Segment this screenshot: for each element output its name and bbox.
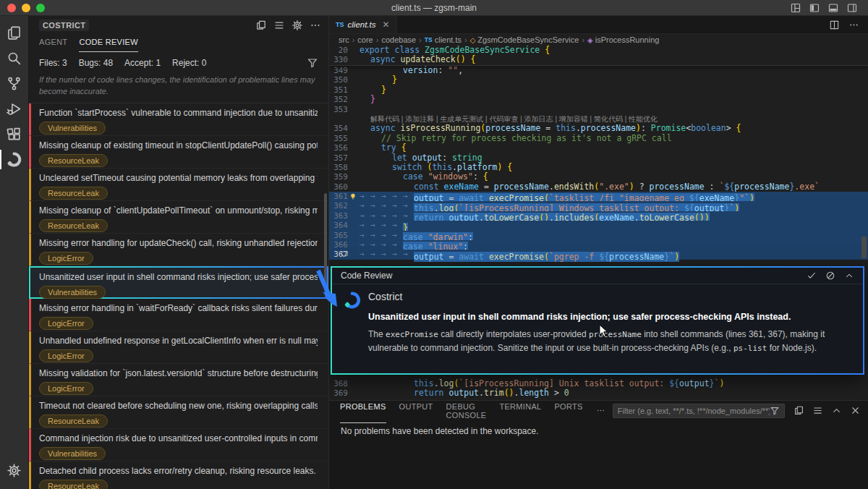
sidebar-tabs: AGENTCODE REVIEW: [29, 35, 328, 52]
code-line-350[interactable]: 350}: [329, 75, 868, 85]
code-line-360[interactable]: 360const exeName = processName.endsWith(…: [329, 182, 868, 192]
tab-code-review[interactable]: CODE REVIEW: [79, 38, 138, 52]
issue-item-selected[interactable]: Unsanitized user input in shell command …: [29, 266, 328, 299]
code-line-352[interactable]: 352}: [329, 95, 868, 104]
code-line-330[interactable]: 330async updateCheck() {: [329, 55, 868, 64]
whitespace-tab-icon: →: [392, 231, 403, 240]
customize-layout-icon[interactable]: [790, 2, 801, 14]
activity-extensions[interactable]: [0, 122, 29, 147]
code-line-365[interactable]: 365→→→→case "darwin":: [329, 231, 868, 240]
whitespace-tab-icon: →: [381, 231, 392, 240]
tab-client-ts[interactable]: TS client.ts ✕: [329, 16, 397, 33]
comment-icon[interactable]: [341, 250, 349, 258]
code-line-368[interactable]: 368this.log(`[isProcessRunning] Unix tas…: [329, 379, 868, 388]
funnel-icon[interactable]: [307, 57, 318, 69]
line-number: 362: [329, 201, 348, 211]
copy-icon[interactable]: [793, 405, 804, 416]
code-text: switch (this.platform) {: [359, 163, 868, 172]
code-line-369[interactable]: 369return output.trim().length > 0: [329, 388, 868, 398]
code-line-366[interactable]: 366→→→→case "linux":: [329, 240, 868, 250]
toggle-secondary-sidebar-icon[interactable]: [846, 2, 858, 14]
toggle-primary-sidebar-icon[interactable]: [809, 2, 820, 14]
more-icon[interactable]: [310, 20, 321, 31]
editor-scrollbar[interactable]: [861, 237, 867, 258]
code-line-355[interactable]: 355// Skip retry for process checking as…: [329, 134, 868, 143]
issue-item[interactable]: Missing error handling for updateCheck()…: [29, 234, 328, 266]
issue-item[interactable]: Function `startProcess` vulnerable to co…: [29, 103, 328, 136]
issue-item[interactable]: Unhandled undefined response in getLocal…: [29, 331, 328, 364]
code-line-363[interactable]: 363→→→→→return output.toLowerCase().incl…: [329, 211, 868, 221]
more-tabs-icon[interactable]: [596, 405, 605, 417]
sidebar-scrollbar[interactable]: [324, 193, 327, 286]
breadcrumb-item[interactable]: ◇ZgsmCodeBaseSyncService: [470, 35, 579, 44]
list-icon[interactable]: [812, 405, 823, 416]
code-line-359[interactable]: 359case "windows": {: [329, 172, 868, 182]
settings-icon: [7, 463, 22, 478]
breadcrumb-item[interactable]: core: [357, 35, 373, 44]
explorer-icon: [7, 25, 22, 41]
code-line-353[interactable]: 353: [329, 105, 868, 114]
collapse-icon[interactable]: [844, 271, 854, 281]
minimize-window-button[interactable]: [22, 4, 30, 12]
panel-tab-problems[interactable]: PROBLEMS: [340, 398, 386, 423]
breadcrumb-separator-icon: ›: [464, 35, 467, 44]
activity-costrict[interactable]: [0, 147, 29, 172]
settings-icon[interactable]: [292, 20, 303, 31]
issue-item[interactable]: Timeout not cleared before scheduling ne…: [29, 396, 328, 429]
collapse-icon[interactable]: [831, 405, 842, 416]
issue-title: Command injection risk due to unsanitize…: [39, 433, 318, 443]
split-editor-icon[interactable]: [829, 20, 840, 30]
code-text: →→→→→output = await execPromise(`pgrep -…: [359, 250, 868, 259]
issue-item[interactable]: Command injection risk due to unsanitize…: [29, 429, 328, 462]
code-line-354[interactable]: 354async isProcessRunning(processName = …: [329, 124, 868, 133]
close-window-button[interactable]: [7, 4, 16, 12]
code-line-367[interactable]: 367→→→→→output = await execPromise(`pgre…: [329, 250, 868, 259]
issue-item[interactable]: Missing cleanup of existing timeout in s…: [29, 136, 328, 169]
activity-run-debug[interactable]: [0, 96, 29, 122]
breadcrumb-item[interactable]: TSclient.ts: [425, 35, 461, 44]
panel-tab-terminal[interactable]: TERMINAL: [499, 398, 541, 423]
issue-item[interactable]: Detached child process lacks error/retry…: [29, 462, 328, 489]
list-icon[interactable]: [273, 20, 285, 31]
code-line-358[interactable]: 358switch (this.platform) {: [329, 163, 868, 172]
problems-filter-input[interactable]: [618, 407, 770, 415]
check-icon[interactable]: [807, 271, 817, 281]
breadcrumb-item[interactable]: ◈isProcessRunning: [587, 35, 659, 44]
panel-tab-output[interactable]: OUTPUT: [399, 398, 433, 423]
issue-item[interactable]: Missing error handling in `waitForReady`…: [29, 299, 328, 331]
code-line-351[interactable]: 351}: [329, 85, 868, 95]
code-line-356[interactable]: 356try {: [329, 143, 868, 153]
tab-agent[interactable]: AGENT: [39, 38, 67, 52]
activity-settings[interactable]: [0, 458, 29, 483]
issue-item[interactable]: Missing validation for `json.latest.vers…: [29, 364, 328, 396]
code-line-362[interactable]: 362→→→→→this.log(`[isProcessRunning] Win…: [329, 201, 868, 211]
codelens-actions[interactable]: 解释代码 | 添加注释 | 生成单元测试 | 代码审查 | 添加日志 | 增加容…: [359, 114, 868, 124]
more-icon[interactable]: [848, 20, 859, 30]
code-editor[interactable]: 20export class ZgsmCodeBaseSyncService {…: [329, 46, 868, 400]
code-line-364[interactable]: 364→→→→}: [329, 221, 868, 230]
issue-tag: ResourceLeak: [39, 414, 108, 428]
code-line-361[interactable]: 361→→→→→output = await execPromise(`task…: [329, 192, 868, 201]
tab-close-icon[interactable]: ✕: [383, 20, 390, 30]
activity-explorer[interactable]: [0, 20, 29, 46]
block-icon[interactable]: [825, 271, 835, 281]
issue-item[interactable]: Missing cleanup of `clientUpdatePollTime…: [29, 201, 328, 234]
code-line-20[interactable]: 20export class ZgsmCodeBaseSyncService {: [329, 46, 868, 55]
breadcrumb-label: ZgsmCodeBaseSyncService: [477, 35, 579, 44]
zoom-window-button[interactable]: [36, 4, 45, 12]
activity-source-control[interactable]: [0, 71, 29, 96]
copy-icon[interactable]: [255, 20, 267, 31]
issue-title: Unhandled undefined response in getLocal…: [39, 336, 318, 346]
panel-tab-debug-console[interactable]: DEBUG CONSOLE: [446, 398, 487, 423]
code-line-349[interactable]: 349version: "",: [329, 66, 868, 75]
close-icon[interactable]: [850, 405, 861, 416]
toggle-panel-icon[interactable]: [827, 2, 839, 14]
breadcrumb-item[interactable]: codebase: [381, 35, 416, 44]
code-line-357[interactable]: 357let output: string: [329, 153, 868, 163]
panel-tab-ports[interactable]: PORTS: [554, 398, 582, 423]
lightbulb-icon[interactable]: [349, 192, 357, 201]
breadcrumb-item[interactable]: src: [339, 35, 349, 44]
issue-item[interactable]: Uncleared setTimeout causing potential m…: [29, 169, 328, 201]
activity-search[interactable]: [0, 46, 29, 71]
filter-icon[interactable]: [770, 406, 780, 416]
